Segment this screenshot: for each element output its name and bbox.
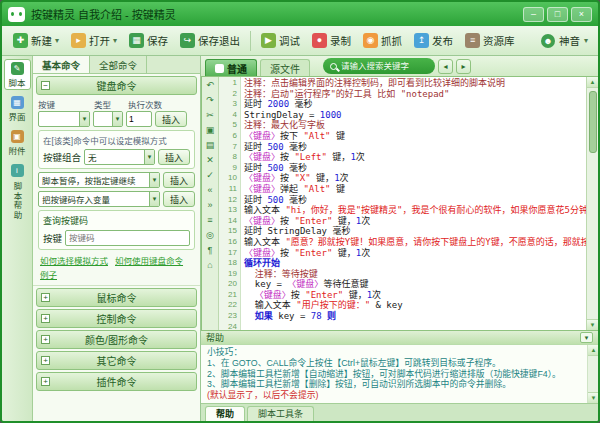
check-syntax-icon[interactable]: ✓ xyxy=(203,168,217,182)
publish-button[interactable]: ↥ 发布 xyxy=(409,30,458,51)
close-button[interactable]: × xyxy=(571,7,592,22)
pause-command-select[interactable]: 脚本暂停，按指定键继续 ▾ xyxy=(38,172,160,188)
section-mouse-commands[interactable]: + 鼠标命令 xyxy=(36,288,197,307)
section-plugin-commands[interactable]: + 插件命令 xyxy=(36,372,197,391)
redo-icon[interactable]: ↷ xyxy=(203,93,217,107)
help-scrollbar[interactable]: ▲ ▼ xyxy=(587,345,598,403)
minimize-button[interactable]: – xyxy=(523,7,544,22)
code-line[interactable]: 〈键盘〉按 "Left" 键，1次 xyxy=(244,152,586,163)
tab-basic-commands[interactable]: 基本命令 xyxy=(33,56,90,73)
sidebar-item-script[interactable]: ✎ 脚本 xyxy=(4,59,31,90)
code-line[interactable]: 延时 500 毫秒 xyxy=(244,142,586,153)
insert-combo-button[interactable]: 插入 xyxy=(158,149,190,165)
code-line[interactable]: 延时 StringDelay 毫秒 xyxy=(244,226,586,237)
expand-icon[interactable]: + xyxy=(41,335,50,344)
insert-store-button[interactable]: 插入 xyxy=(163,191,195,207)
capture-button[interactable]: ◉ 抓抓 xyxy=(358,30,407,51)
library-button[interactable]: ≡ 资源库 xyxy=(460,30,520,51)
code-line[interactable]: 〈键盘〉按下 "Alt" 键 xyxy=(244,131,586,142)
key-combo-select[interactable]: 无 ▾ xyxy=(84,149,155,165)
save-button[interactable]: ▦ 保存 xyxy=(124,30,173,51)
section-color-commands[interactable]: + 颜色/图形命令 xyxy=(36,330,197,349)
scroll-up-icon[interactable]: ▲ xyxy=(587,77,599,88)
new-button[interactable]: ✚ 新建 ▾ xyxy=(8,30,64,51)
scrollbar-thumb[interactable] xyxy=(589,91,597,153)
code-line[interactable]: 注释：点击编辑界面的注释控制码，即可看到比较详细的脚本说明 xyxy=(244,78,586,89)
code-line[interactable]: 注释：等待按键 xyxy=(244,269,586,280)
store-keycode-select[interactable]: 把按键码存入变量 ▾ xyxy=(38,191,160,207)
save-exit-button[interactable]: ↪ 保存退出 xyxy=(175,30,245,51)
link-choose-simulation[interactable]: 如何选择模拟方式 xyxy=(40,254,108,266)
search-input[interactable] xyxy=(341,61,428,71)
scroll-down-icon[interactable]: ▼ xyxy=(587,319,599,330)
code-line[interactable]: 延时 2000 毫秒 xyxy=(244,99,586,110)
expand-icon[interactable]: + xyxy=(41,314,50,323)
tab-all-commands[interactable]: 全部命令 xyxy=(90,56,147,73)
expand-icon[interactable]: + xyxy=(41,356,50,365)
code-line[interactable]: StringDelay = 1000 xyxy=(244,110,586,121)
editor-scrollbar[interactable]: ▲ ▼ xyxy=(586,77,598,330)
tab-normal-view[interactable]: 普通 xyxy=(205,59,257,76)
maximize-button[interactable]: □ xyxy=(547,7,568,22)
code-line[interactable]: 〈键盘〉按 "Enter" 键，1次 xyxy=(244,248,586,259)
scroll-down-icon[interactable]: ▼ xyxy=(588,392,599,403)
code-line[interactable]: 输入文本 "愿意？那就按Y键！如果愿意，请你按下键盘上的Y键，不愿意的话，那就按… xyxy=(244,237,586,248)
undo-icon[interactable]: ↶ xyxy=(203,78,217,92)
insert-keypress-button[interactable]: 插入 xyxy=(155,111,187,127)
collapse-help-button[interactable]: ▼ xyxy=(580,332,593,343)
code-line[interactable]: 输入文本 "hi，你好，我是"按键精灵"，我是个很有耐心的软件，如果你愿意花5分… xyxy=(244,205,586,216)
cut-icon[interactable]: ✂ xyxy=(203,108,217,122)
code-line[interactable]: 〈键盘〉按 "X" 键，1次 xyxy=(244,173,586,184)
code-line[interactable]: 输入文本 "用户按下的键：" & key xyxy=(244,300,586,311)
indent-icon[interactable]: » xyxy=(203,198,217,212)
copy-icon[interactable]: ▣ xyxy=(203,123,217,137)
record-button[interactable]: ● 录制 xyxy=(307,30,356,51)
open-button[interactable]: ▸ 打开 ▾ xyxy=(66,30,122,51)
comment-icon[interactable]: ¶ xyxy=(203,243,217,257)
find-next-button[interactable]: ▸ xyxy=(456,59,471,74)
find-prev-button[interactable]: ◂ xyxy=(438,59,453,74)
key-column-label: 按键 xyxy=(38,98,90,110)
scroll-up-icon[interactable]: ▲ xyxy=(588,345,599,356)
delete-icon[interactable]: ✕ xyxy=(203,153,217,167)
code-line[interactable]: 注释：最大化写字板 xyxy=(244,120,586,131)
user-account-button[interactable]: ☻ 神音 ▾ xyxy=(537,31,592,50)
debug-button[interactable]: ▶ 调试 xyxy=(256,30,305,51)
sidebar-item-interface[interactable]: ▦ 界面 xyxy=(4,93,31,124)
find-icon[interactable]: ◎ xyxy=(203,228,217,242)
section-control-commands[interactable]: + 控制命令 xyxy=(36,309,197,328)
code-line[interactable]: 〈键盘〉弹起 "Alt" 键 xyxy=(244,184,586,195)
outdent-icon[interactable]: « xyxy=(203,183,217,197)
code-editor[interactable]: ↶↷✂▣▤✕✓«»≡◎¶⌂ 12345678910111213141516171… xyxy=(201,77,598,330)
paste-icon[interactable]: ▤ xyxy=(203,138,217,152)
code-line[interactable] xyxy=(244,322,586,330)
code-line[interactable]: 延时 500 毫秒 xyxy=(244,163,586,174)
code-line[interactable]: 注释：启动"运行程序"的好工具 比如 "notepad" xyxy=(244,89,586,100)
code-area[interactable]: 注释：点击编辑界面的注释控制码，即可看到比较详细的脚本说明注释：启动"运行程序"… xyxy=(241,77,586,330)
expand-icon[interactable]: + xyxy=(41,293,50,302)
code-line[interactable]: 〈键盘〉按 "Enter" 键，1次 xyxy=(244,290,586,301)
home-icon[interactable]: ⌂ xyxy=(203,258,217,272)
list-icon[interactable]: ≡ xyxy=(203,213,217,227)
expand-icon[interactable]: + xyxy=(41,377,50,386)
code-line[interactable]: 如果 key = 78 则 xyxy=(244,311,586,322)
key-type-select[interactable]: ▾ xyxy=(93,111,123,127)
code-line[interactable]: 延时 500 毫秒 xyxy=(244,195,586,206)
insert-pause-button[interactable]: 插入 xyxy=(163,172,195,188)
key-select[interactable]: ▾ xyxy=(38,111,90,127)
keycode-input[interactable] xyxy=(65,230,190,246)
tab-help[interactable]: 帮助 xyxy=(205,406,245,421)
collapse-icon[interactable]: − xyxy=(41,81,50,90)
tab-source-view[interactable]: 源文件 xyxy=(260,59,310,76)
repeat-count-input[interactable] xyxy=(126,111,152,127)
sidebar-item-attachment[interactable]: ▣ 附件 xyxy=(4,127,31,158)
section-keyboard-commands[interactable]: − 键盘命令 xyxy=(36,76,197,95)
link-keyboard-help[interactable]: 如何使用键盘命令 xyxy=(115,254,183,266)
code-line[interactable]: 〈键盘〉按 "Enter" 键，1次 xyxy=(244,216,586,227)
section-other-commands[interactable]: + 其它命令 xyxy=(36,351,197,370)
sidebar-item-script-help[interactable]: i 脚本帮助 xyxy=(4,161,31,224)
code-line[interactable]: 循环开始 xyxy=(244,258,586,269)
code-line[interactable]: key = 〈键盘〉等待任意键 xyxy=(244,279,586,290)
tab-script-toolbar[interactable]: 脚本工具条 xyxy=(247,406,314,421)
link-example[interactable]: 例子 xyxy=(40,268,57,280)
